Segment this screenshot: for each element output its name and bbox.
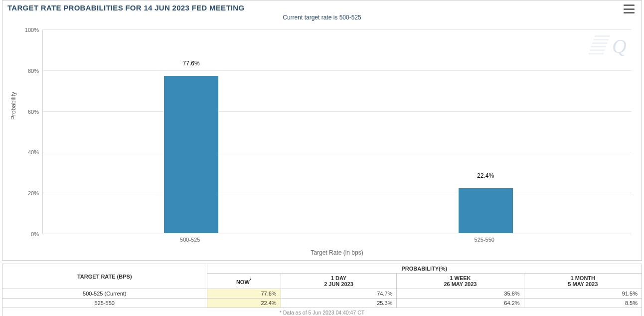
val-cell: 35.8% bbox=[397, 289, 524, 299]
x-tick: 525-550 bbox=[475, 234, 494, 243]
rate-cell: 500-525 (Current) bbox=[2, 289, 207, 299]
probability-table: TARGET RATE (BPS) PROBABILITY(%) NOW* 1 … bbox=[2, 264, 642, 308]
bar-label: 77.6% bbox=[183, 60, 200, 68]
table-row: 500-525 (Current) 77.6% 74.7% 35.8% 91.5… bbox=[2, 289, 642, 299]
th-probability: PROBABILITY(%) bbox=[207, 264, 642, 274]
chart-menu-icon[interactable] bbox=[624, 4, 635, 13]
val-cell: 8.5% bbox=[524, 299, 642, 308]
asterisk: * bbox=[250, 278, 252, 283]
chart-panel: TARGET RATE PROBABILITIES FOR 14 JUN 202… bbox=[2, 0, 642, 261]
val-cell: 77.6% bbox=[207, 289, 281, 299]
y-tick: 80% bbox=[28, 68, 43, 74]
th-target-rate: TARGET RATE (BPS) bbox=[2, 264, 207, 289]
y-tick: 100% bbox=[25, 27, 43, 33]
th-now: NOW* bbox=[207, 274, 281, 289]
val-cell: 74.7% bbox=[281, 289, 397, 299]
period-label: 1 WEEK bbox=[450, 275, 471, 281]
bar-label: 22.4% bbox=[477, 172, 494, 180]
y-tick: 20% bbox=[28, 190, 43, 196]
period-date: 26 MAY 2023 bbox=[401, 281, 519, 287]
th-1week: 1 WEEK 26 MAY 2023 bbox=[397, 274, 524, 289]
plot-area: 0% 20% 40% 60% 80% 100% 77.6% 22.4% 500-… bbox=[42, 29, 632, 234]
table-row: 525-550 22.4% 25.3% 64.2% 8.5% bbox=[2, 299, 642, 308]
data-footnote: * Data as of 5 Jun 2023 04:40:47 CT bbox=[2, 308, 642, 316]
period-label: 1 DAY bbox=[331, 275, 346, 281]
th-1month: 1 MONTH 5 MAY 2023 bbox=[524, 274, 642, 289]
period-date: 2 JUN 2023 bbox=[285, 281, 393, 287]
val-cell: 25.3% bbox=[281, 299, 397, 308]
x-axis-label: Target Rate (in bps) bbox=[42, 249, 632, 256]
chart-title: TARGET RATE PROBABILITIES FOR 14 JUN 202… bbox=[2, 0, 642, 12]
rate-cell: 525-550 bbox=[2, 299, 207, 308]
chart-subtitle: Current target rate is 500-525 bbox=[2, 14, 642, 21]
period-label: NOW bbox=[236, 279, 250, 285]
y-tick: 60% bbox=[28, 109, 43, 115]
th-1day: 1 DAY 2 JUN 2023 bbox=[281, 274, 397, 289]
y-axis-label: Probability bbox=[10, 92, 17, 120]
bar-525-550[interactable]: 22.4% bbox=[458, 188, 513, 234]
val-cell: 64.2% bbox=[397, 299, 524, 308]
y-tick: 40% bbox=[28, 149, 43, 155]
val-cell: 22.4% bbox=[207, 299, 281, 308]
bar-500-525[interactable]: 77.6% bbox=[163, 75, 219, 234]
y-tick: 0% bbox=[31, 231, 43, 237]
val-cell: 91.5% bbox=[524, 289, 642, 299]
x-tick: 500-525 bbox=[180, 234, 200, 243]
period-date: 5 MAY 2023 bbox=[528, 281, 638, 287]
period-label: 1 MONTH bbox=[571, 275, 596, 281]
